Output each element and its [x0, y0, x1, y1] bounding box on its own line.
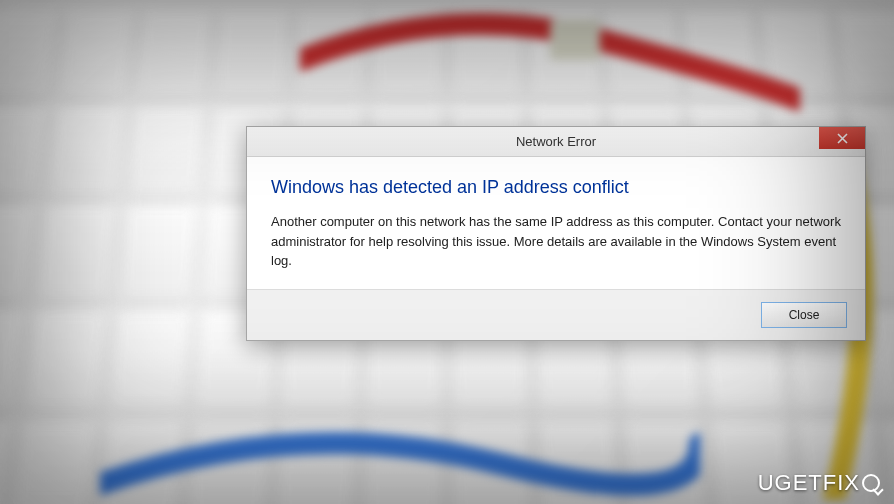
dialog-title: Network Error — [516, 134, 596, 149]
svg-rect-0 — [550, 20, 600, 60]
dialog-footer: Close — [247, 289, 865, 340]
dialog-heading: Windows has detected an IP address confl… — [271, 177, 841, 198]
error-dialog: Network Error Windows has detected an IP… — [246, 126, 866, 341]
dialog-titlebar[interactable]: Network Error — [247, 127, 865, 157]
close-icon — [837, 133, 848, 144]
watermark: UGETFIX — [758, 470, 880, 496]
close-button[interactable]: Close — [761, 302, 847, 328]
magnifier-icon — [862, 474, 880, 492]
titlebar-close-button[interactable] — [819, 127, 865, 149]
watermark-text: UGETFIX — [758, 470, 860, 495]
dialog-body: Windows has detected an IP address confl… — [247, 157, 865, 289]
cable-blue — [100, 384, 700, 504]
dialog-message: Another computer on this network has the… — [271, 212, 841, 271]
